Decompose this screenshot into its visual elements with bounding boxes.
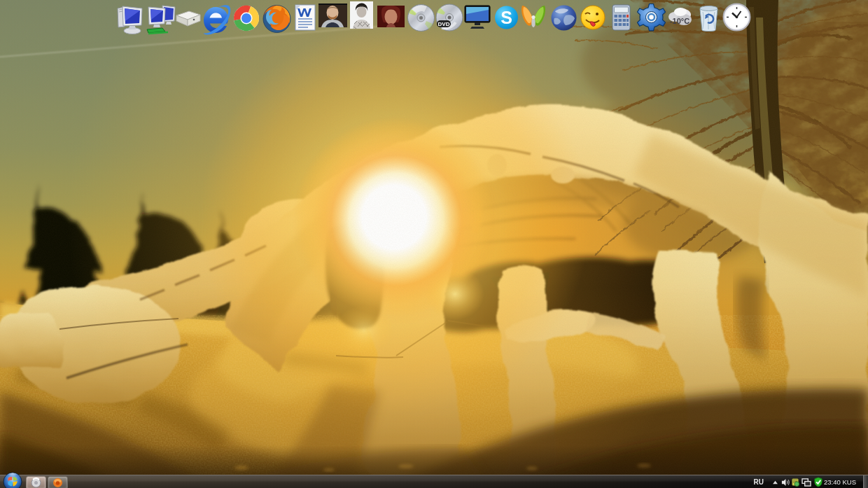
svg-text:S: S [500, 8, 512, 27]
svg-text:-10°C: -10°C [670, 17, 690, 25]
svg-text:DVD: DVD [438, 21, 450, 27]
